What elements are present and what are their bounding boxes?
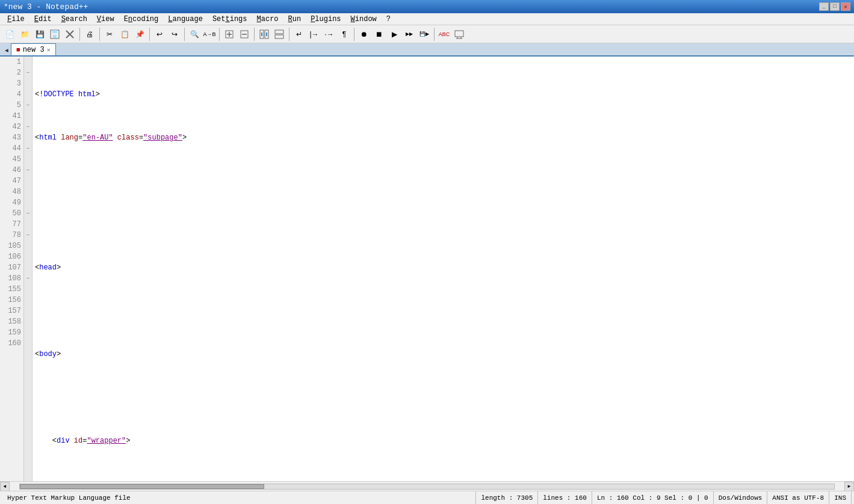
menu-search[interactable]: Search (57, 14, 92, 25)
fold-marker-2[interactable]: − (24, 67, 32, 78)
code-area[interactable]: <!DOCTYPE html> <html lang="en-AU" class… (32, 57, 854, 481)
editor: 1 2 3 4 5 41 42 43 44 45 46 47 48 49 50 … (0, 57, 854, 491)
lines-value: lines : 160 (543, 494, 587, 502)
code-line-42: <body> (35, 349, 852, 360)
tab-new3[interactable]: ■ new 3 ✕ (11, 43, 56, 55)
length-section: length : 7305 (476, 491, 538, 504)
fold-marker-108[interactable]: − (24, 273, 32, 284)
menu-encoding[interactable]: Encoding (119, 14, 164, 25)
fold-marker-5[interactable]: − (24, 100, 32, 111)
line-ending-value: Dos/Windows (719, 494, 763, 502)
svg-rect-15 (275, 35, 283, 38)
sync-scroll-v[interactable] (257, 27, 271, 41)
horizontal-scrollbar: ◄ ► (0, 481, 854, 491)
insert-mode-value: INS (834, 494, 846, 502)
file-type-section: Hyper Text Markup Language file (2, 491, 476, 504)
position-section: Ln : 160 Col : 9 Sel : 0 | 0 (592, 491, 714, 504)
zoom-out-button[interactable] (237, 27, 252, 41)
maximize-button[interactable]: □ (830, 2, 840, 11)
line-ending-section: Dos/Windows (714, 491, 768, 504)
sync-scroll-h[interactable] (272, 27, 286, 41)
paste-button[interactable]: 📌 (132, 27, 147, 41)
tab-icon: ■ (16, 46, 20, 54)
menu-macro[interactable]: Macro (252, 14, 283, 25)
scroll-thumb[interactable] (20, 484, 264, 489)
code-line-44: <div id="wrapper"> (35, 435, 852, 446)
toolbar-sep-6 (254, 28, 255, 41)
scroll-track[interactable] (19, 484, 835, 490)
spell-check[interactable]: ABC (437, 27, 451, 41)
toolbar-sep-1 (79, 28, 80, 41)
tab-left-arrow[interactable]: ◄ (2, 46, 11, 55)
fold-marker-50[interactable]: − (24, 208, 32, 219)
redo-button[interactable]: ↪ (167, 27, 182, 41)
copy-button[interactable]: 📋 (117, 27, 132, 41)
svg-rect-14 (275, 30, 283, 34)
find-button[interactable]: 🔍 (187, 27, 202, 41)
print-button[interactable]: 🖨 (82, 27, 97, 41)
fold-marker-78[interactable]: − (24, 230, 32, 241)
file-type: Hyper Text Markup Language file (7, 494, 131, 502)
stop-macro[interactable]: ⏹ (372, 27, 386, 41)
toolbar-sep-3 (149, 28, 150, 41)
fold-marker-42[interactable]: − (24, 121, 32, 132)
code-line-43 (35, 392, 852, 403)
menu-window[interactable]: Window (346, 14, 382, 25)
code-line-2: <html lang="en-AU" class="subpage"> (35, 132, 852, 143)
play-macro[interactable]: ▶ (387, 27, 401, 41)
save-macro[interactable]: 💾▶ (417, 27, 432, 41)
save-button[interactable]: 💾 (32, 27, 47, 41)
undo-button[interactable]: ↩ (152, 27, 167, 41)
close-doc-button[interactable] (63, 27, 77, 41)
toolbar-sep-5 (219, 28, 220, 41)
tab-bar: ◄ ■ new 3 ✕ (0, 43, 854, 57)
menu-bar: File Edit Search View Encoding Language … (0, 13, 854, 25)
find-replace-button[interactable]: A→B (202, 27, 217, 41)
menu-edit[interactable]: Edit (29, 14, 57, 25)
menu-plugins[interactable]: Plugins (306, 14, 345, 25)
menu-help[interactable]: ? (382, 14, 395, 25)
svg-rect-16 (455, 31, 463, 37)
indent-guide-button[interactable]: |→ (307, 27, 321, 41)
fold-marker-44[interactable]: − (24, 143, 32, 154)
monitor-file[interactable] (452, 27, 466, 41)
record-macro[interactable]: ⏺ (357, 27, 371, 41)
code-line-4 (35, 219, 852, 230)
save-all-button[interactable] (48, 27, 62, 41)
code-line-3 (35, 176, 852, 186)
zoom-in-button[interactable] (222, 27, 237, 41)
lines-section: lines : 160 (538, 491, 592, 504)
fold-gutter: − − − − − − − − (24, 57, 32, 481)
toolbar-sep-7 (289, 28, 289, 41)
editor-content: 1 2 3 4 5 41 42 43 44 45 46 47 48 49 50 … (0, 57, 854, 481)
position-value: Ln : 160 Col : 9 Sel : 0 | 0 (597, 494, 708, 502)
encoding-section: ANSI as UTF-8 (767, 491, 829, 504)
menu-file[interactable]: File (2, 14, 29, 25)
menu-run[interactable]: Run (283, 14, 306, 25)
minimize-button[interactable]: _ (819, 2, 829, 11)
whitespace-button[interactable]: ·→ (322, 27, 336, 41)
fold-marker-46[interactable]: − (24, 165, 32, 176)
word-wrap-button[interactable]: ↵ (292, 27, 306, 41)
eol-button[interactable]: ¶ (337, 27, 351, 41)
title-bar-text: *new 3 - Notepad++ (4, 2, 88, 11)
menu-view[interactable]: View (92, 14, 119, 25)
line-numbers: 1 2 3 4 5 41 42 43 44 45 46 47 48 49 50 … (0, 57, 24, 481)
code-line-5: <head> (35, 262, 852, 273)
new-button[interactable]: 📄 (2, 27, 17, 41)
cut-button[interactable]: ✂ (102, 27, 117, 41)
svg-rect-2 (53, 35, 57, 38)
toolbar-sep-2 (99, 28, 100, 41)
code-line-1: <!DOCTYPE html> (35, 89, 852, 100)
menu-settings[interactable]: Settings (208, 14, 252, 25)
close-button[interactable]: ✕ (841, 2, 850, 11)
run-macro-times[interactable]: ▶▶ (402, 27, 416, 41)
status-bar: Hyper Text Markup Language file length :… (0, 491, 854, 504)
tab-close-button[interactable]: ✕ (47, 46, 51, 54)
menu-language[interactable]: Language (163, 14, 208, 25)
open-button[interactable]: 📁 (17, 27, 32, 41)
toolbar-sep-4 (184, 28, 185, 41)
tab-label: new 3 (23, 46, 45, 54)
scroll-right-button[interactable]: ► (844, 482, 854, 491)
scroll-left-button[interactable]: ◄ (0, 482, 10, 491)
